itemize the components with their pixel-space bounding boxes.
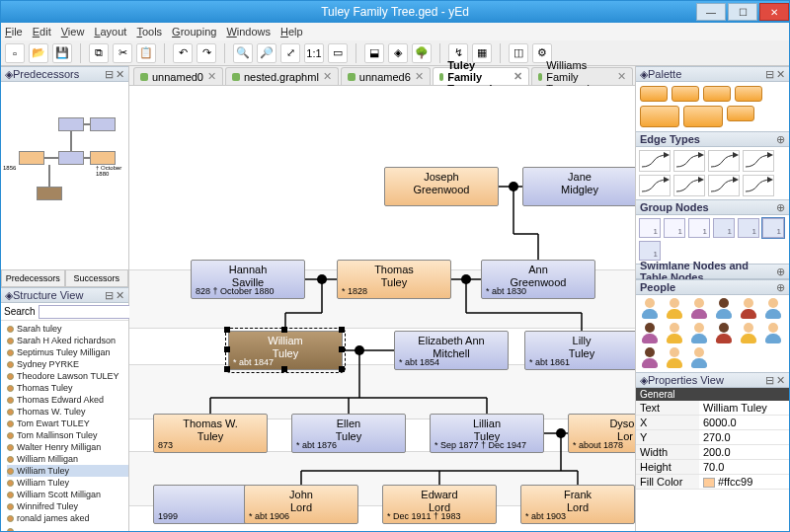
shape-node[interactable] bbox=[672, 86, 699, 102]
graph-node-dyson[interactable]: DysonLor* about 1878 bbox=[568, 414, 635, 453]
person-shape[interactable] bbox=[664, 347, 685, 369]
person-shape[interactable] bbox=[639, 323, 661, 344]
document-tab[interactable]: unnamed0✕ bbox=[133, 67, 223, 85]
close-button[interactable]: ✕ bbox=[759, 3, 789, 21]
overview-tab-predecessors[interactable]: Predecessors bbox=[1, 269, 65, 287]
shape-node[interactable] bbox=[683, 106, 723, 127]
tree-item[interactable]: Walter Henry Milligan bbox=[7, 441, 128, 453]
structure-tree[interactable]: Sarah tuleySarah H Aked richardsonSeptim… bbox=[1, 321, 128, 531]
person-shape[interactable] bbox=[762, 323, 784, 344]
edge-type[interactable] bbox=[639, 150, 671, 172]
menu-windows[interactable]: Windows bbox=[226, 26, 271, 38]
selection-handle[interactable] bbox=[281, 327, 287, 333]
edge-type[interactable] bbox=[673, 175, 705, 196]
menu-help[interactable]: Help bbox=[280, 26, 303, 38]
shape-node[interactable] bbox=[640, 86, 668, 102]
group-node[interactable] bbox=[688, 218, 710, 238]
edge-type[interactable] bbox=[743, 150, 774, 172]
cut-button[interactable]: ✂ bbox=[113, 43, 132, 63]
person-shape[interactable] bbox=[639, 347, 661, 369]
overview-button[interactable]: ◫ bbox=[509, 43, 528, 63]
edge-type[interactable] bbox=[673, 150, 705, 172]
menu-view[interactable]: View bbox=[61, 26, 85, 38]
close-tab-icon[interactable]: ✕ bbox=[207, 70, 216, 83]
save-button[interactable]: 💾 bbox=[52, 43, 72, 63]
overview-node[interactable] bbox=[37, 187, 62, 200]
zoom-in-button[interactable]: 🔍 bbox=[233, 43, 253, 63]
graph-canvas[interactable]: JosephGreenwoodJaneMidgleyHannahSaville8… bbox=[129, 86, 635, 531]
overview-node[interactable] bbox=[58, 151, 84, 165]
maximize-button[interactable]: ☐ bbox=[728, 3, 757, 21]
close-tab-icon[interactable]: ✕ bbox=[323, 70, 332, 83]
document-tab[interactable]: unnamed6✕ bbox=[341, 67, 431, 85]
edge-type[interactable] bbox=[639, 175, 671, 196]
tree-item[interactable]: Sydney PYRKE bbox=[7, 358, 128, 370]
edge-type[interactable] bbox=[708, 175, 740, 196]
person-shape[interactable] bbox=[639, 298, 661, 320]
person-shape[interactable] bbox=[664, 323, 685, 344]
selection-handle[interactable] bbox=[281, 366, 287, 372]
property-row[interactable]: Fill Color#ffcc99 bbox=[636, 475, 789, 490]
overview-node[interactable] bbox=[58, 117, 84, 131]
tree-item[interactable]: Sarah H Aked richardson bbox=[7, 335, 128, 346]
person-shape[interactable] bbox=[713, 298, 735, 320]
overview-tab-successors[interactable]: Successors bbox=[65, 269, 129, 287]
layout-organic-button[interactable]: ◈ bbox=[388, 43, 408, 63]
menu-file[interactable]: File bbox=[5, 26, 23, 38]
palette-shapes[interactable] bbox=[636, 82, 789, 131]
graph-node-jane[interactable]: JaneMidgley bbox=[522, 167, 635, 206]
selection-handle[interactable] bbox=[224, 366, 230, 372]
group-node[interactable] bbox=[639, 241, 661, 261]
close-tab-icon[interactable]: ✕ bbox=[415, 70, 424, 83]
person-shape[interactable] bbox=[688, 298, 710, 320]
overview-node[interactable] bbox=[90, 151, 116, 165]
menu-edit[interactable]: Edit bbox=[33, 26, 51, 38]
graph-node-ellen[interactable]: EllenTuley* abt 1876 bbox=[291, 414, 406, 453]
overview-node[interactable] bbox=[19, 151, 44, 165]
person-shape[interactable] bbox=[664, 298, 685, 320]
document-tab[interactable]: nested.graphml✕ bbox=[225, 67, 339, 85]
tree-item[interactable]: Thomas W. Tuley bbox=[7, 406, 128, 418]
property-row[interactable]: TextWilliam Tuley bbox=[636, 401, 789, 416]
selection-handle[interactable] bbox=[339, 366, 345, 372]
graph-node-joseph[interactable]: JosephGreenwood bbox=[384, 167, 499, 206]
pin-icon[interactable]: ⊟ bbox=[105, 68, 114, 81]
tree-item[interactable]: William Tuley bbox=[7, 465, 128, 477]
group-node[interactable] bbox=[639, 218, 661, 238]
zoom-fit-button[interactable]: ⤢ bbox=[280, 43, 300, 63]
graph-node-ann[interactable]: AnnGreenwood* abt 1830 bbox=[481, 260, 595, 299]
graph-node-frank[interactable]: FrankLord* abt 1903 bbox=[520, 485, 635, 524]
property-row[interactable]: Height70.0 bbox=[636, 460, 789, 475]
person-shape[interactable] bbox=[738, 298, 759, 320]
group-nodes-palette[interactable] bbox=[636, 215, 789, 264]
close-tab-icon[interactable]: ✕ bbox=[514, 70, 522, 83]
tree-item[interactable]: Tom Mallinson Tuley bbox=[7, 429, 128, 441]
person-shape[interactable] bbox=[713, 323, 735, 344]
menu-grouping[interactable]: Grouping bbox=[172, 26, 216, 38]
graph-node-eliza[interactable]: Elizabeth AnnMitchell* abt 1854 bbox=[394, 331, 509, 370]
group-node[interactable] bbox=[762, 218, 784, 238]
tree-item[interactable]: Sarah tuley bbox=[7, 323, 128, 335]
person-shape[interactable] bbox=[762, 298, 784, 320]
group-node[interactable] bbox=[713, 218, 735, 238]
tree-item[interactable]: William Tuley bbox=[7, 477, 128, 489]
zoom-out-button[interactable]: 🔎 bbox=[257, 43, 276, 63]
graph-node-thomas[interactable]: ThomasTuley* 1828 bbox=[337, 260, 451, 299]
graph-node-thomasw[interactable]: Thomas W.Tuley873 bbox=[153, 414, 268, 453]
pin-icon[interactable]: ⊟ bbox=[105, 289, 114, 302]
tree-item[interactable]: Thomas Tuley bbox=[7, 382, 128, 394]
document-tab[interactable]: Williams Family Tree.ged✕ bbox=[531, 67, 633, 85]
zoom-area-button[interactable]: ▭ bbox=[328, 43, 348, 63]
group-node[interactable] bbox=[738, 218, 759, 238]
tree-item[interactable]: Winnifred Tuley bbox=[7, 500, 128, 512]
overview-panel[interactable]: 1856 † October 1880 bbox=[1, 82, 128, 269]
undo-button[interactable]: ↶ bbox=[173, 43, 193, 63]
selection-handle[interactable] bbox=[224, 327, 230, 333]
group-node[interactable] bbox=[664, 218, 685, 238]
shape-node[interactable] bbox=[727, 106, 754, 121]
edge-type[interactable] bbox=[743, 175, 774, 196]
overview-node[interactable] bbox=[90, 117, 116, 131]
selection-handle[interactable] bbox=[224, 346, 230, 352]
graph-node-lillian[interactable]: LillianTuley* Sep 1877 † Dec 1947 bbox=[430, 414, 544, 453]
minimize-button[interactable]: — bbox=[696, 3, 726, 21]
